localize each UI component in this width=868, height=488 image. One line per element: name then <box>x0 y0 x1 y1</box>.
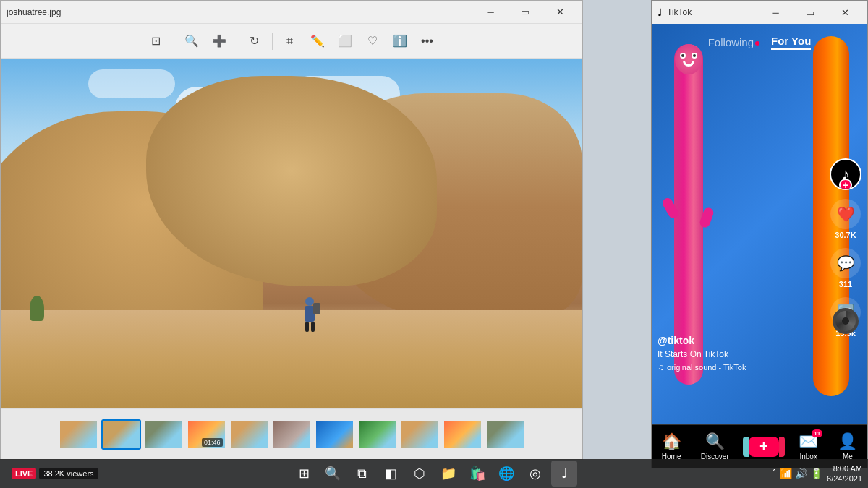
maximize-button[interactable]: ▭ <box>509 2 542 22</box>
clock-date: 6/24/2021 <box>827 474 862 484</box>
thumbnail-7[interactable] <box>315 419 354 450</box>
photo-window-title: joshuatree.jpg <box>7 7 61 17</box>
creator-avatar-button[interactable]: ♪ + <box>830 158 861 190</box>
thumb-3-preview <box>145 421 182 448</box>
tiktok-taskbar-button[interactable]: ♩ <box>551 461 577 487</box>
tiktok-app-icon: ♩ <box>658 7 663 18</box>
tiktok-title-left: ♩ TikTok <box>658 7 692 18</box>
close-button[interactable]: ✕ <box>543 2 576 22</box>
tray-chevron-icon[interactable]: ˄ <box>772 468 777 479</box>
thumb-4-preview: 01:46 <box>188 421 225 448</box>
viewers-badge: 38.2K viewers <box>39 468 98 479</box>
hiker-leg-left <box>305 322 309 332</box>
photo-toolbar: ⊡ 🔍 ➕ ↻ ⌗ ✏️ ⬜ ♡ ℹ️ ••• <box>1 24 582 59</box>
create-icon[interactable]: + <box>749 437 779 457</box>
search-button[interactable]: 🔍 <box>320 461 346 487</box>
thumbnail-8[interactable] <box>357 419 397 450</box>
tiktok-titlebar: ♩ TikTok ─ ▭ ✕ <box>652 1 867 24</box>
like-button[interactable]: ❤️ 30.7K <box>830 199 861 239</box>
tiktok-minimize-button[interactable]: ─ <box>759 2 792 22</box>
favorite-button[interactable]: ♡ <box>359 28 386 54</box>
info-button[interactable]: ℹ️ <box>387 28 413 54</box>
thumbnail-6[interactable] <box>272 419 312 450</box>
system-tray: ˄ 📶 🔊 🔋 <box>772 468 822 479</box>
thumbnail-1[interactable] <box>59 419 98 450</box>
zoom-out-button[interactable]: 🔍 <box>179 28 205 54</box>
teams-icon: ⬡ <box>414 466 425 481</box>
file-explorer-button[interactable]: 📁 <box>435 461 461 487</box>
widgets-icon: ◧ <box>385 466 397 481</box>
ground <box>1 310 582 408</box>
thumbnail-9[interactable] <box>400 419 440 450</box>
rotate-button[interactable]: ↻ <box>242 28 268 54</box>
photo-image <box>1 59 582 408</box>
chrome-icon: ◎ <box>529 466 541 481</box>
inbox-nav-button[interactable]: ✉️ 11 Inbox <box>799 432 818 461</box>
minimize-button[interactable]: ─ <box>474 2 507 22</box>
video-caption: It Starts On TikTok <box>658 349 824 359</box>
thumbnail-3[interactable] <box>144 419 184 450</box>
wifi-icon[interactable]: 📶 <box>780 468 792 479</box>
home-icon: 🏠 <box>662 432 681 451</box>
more-options-button[interactable]: ••• <box>414 28 441 54</box>
like-icon: ❤️ <box>830 199 861 229</box>
taskbar-left: LIVE 38.2K viewers <box>0 468 98 479</box>
thumb-2-preview <box>103 421 140 448</box>
joshua-tree <box>30 296 44 321</box>
teams-button[interactable]: ⬡ <box>407 461 433 487</box>
zoom-in-button[interactable]: ➕ <box>206 28 232 54</box>
task-view-icon: ⧉ <box>357 466 367 481</box>
taskbar-right: ˄ 📶 🔊 🔋 8:00 AM 6/24/2021 <box>772 463 868 484</box>
thumbnail-11[interactable] <box>485 419 525 450</box>
hiker-leg-right <box>311 322 315 332</box>
store-button[interactable]: 🛍️ <box>464 461 490 487</box>
taskbar-center: ⊞ 🔍 ⧉ ◧ ⬡ 📁 🛍️ 🌐 ◎ ♩ <box>291 461 577 487</box>
draw-button[interactable]: ✏️ <box>305 28 331 54</box>
taskbar: LIVE 38.2K viewers ⊞ 🔍 ⧉ ◧ ⬡ 📁 🛍️ 🌐 ◎ <box>0 459 868 488</box>
thumb-1-preview <box>60 421 97 448</box>
thumbnail-5[interactable] <box>229 419 269 450</box>
tiktok-video-area[interactable]: Following For You ♪ + ❤️ 30.7K 💬 <box>652 24 867 424</box>
chrome-button[interactable]: ◎ <box>522 461 548 487</box>
tiktok-video-info: @tiktok It Starts On TikTok ♫ original s… <box>658 335 824 372</box>
hiker-body <box>305 306 315 322</box>
home-nav-button[interactable]: 🏠 Home <box>662 432 681 461</box>
thumb-11-preview <box>487 421 524 448</box>
tiktok-close-button[interactable]: ✕ <box>828 2 861 22</box>
edge-button[interactable]: 🌐 <box>493 461 519 487</box>
follow-plus-icon: + <box>839 179 852 190</box>
hiker-backpack <box>313 303 320 314</box>
toolbar-separator-2 <box>237 33 237 50</box>
start-button[interactable]: ⊞ <box>291 461 317 487</box>
thumbnail-2-active[interactable] <box>101 419 141 450</box>
tube-arm-left <box>661 196 681 220</box>
thumbnail-4[interactable]: 01:46 <box>187 419 226 450</box>
start-icon: ⊞ <box>299 466 310 481</box>
battery-icon[interactable]: 🔋 <box>810 468 822 479</box>
create-nav-button[interactable]: + <box>749 437 779 457</box>
creator-avatar[interactable]: ♪ + <box>830 158 861 190</box>
for-you-tab[interactable]: For You <box>771 35 811 50</box>
live-badge: LIVE <box>12 468 36 479</box>
clock-display[interactable]: 8:00 AM 6/24/2021 <box>827 463 862 484</box>
zoom-fit-button[interactable]: ⊡ <box>143 28 169 54</box>
me-nav-button[interactable]: 👤 Me <box>838 432 857 461</box>
discover-nav-button[interactable]: 🔍 Discover <box>701 432 729 461</box>
sound-icon[interactable]: 🔊 <box>795 468 807 479</box>
search-icon: 🔍 <box>325 466 341 481</box>
photo-window-controls: ─ ▭ ✕ <box>474 2 576 22</box>
tiktok-maximize-button[interactable]: ▭ <box>793 2 827 22</box>
store-icon: 🛍️ <box>469 466 485 481</box>
thumbnail-10[interactable] <box>443 419 482 450</box>
following-tab[interactable]: Following <box>708 36 760 48</box>
task-view-button[interactable]: ⧉ <box>349 461 375 487</box>
tube-mouth <box>683 61 694 67</box>
thumb-7-preview <box>316 421 353 448</box>
erase-button[interactable]: ⬜ <box>332 28 358 54</box>
tiktok-window-controls: ─ ▭ ✕ <box>759 2 861 22</box>
crop-button[interactable]: ⌗ <box>277 28 303 54</box>
comment-button[interactable]: 💬 311 <box>830 248 861 288</box>
widgets-button[interactable]: ◧ <box>378 461 404 487</box>
photo-titlebar: joshuatree.jpg ─ ▭ ✕ <box>1 1 582 24</box>
thumb-10-preview <box>444 421 481 448</box>
